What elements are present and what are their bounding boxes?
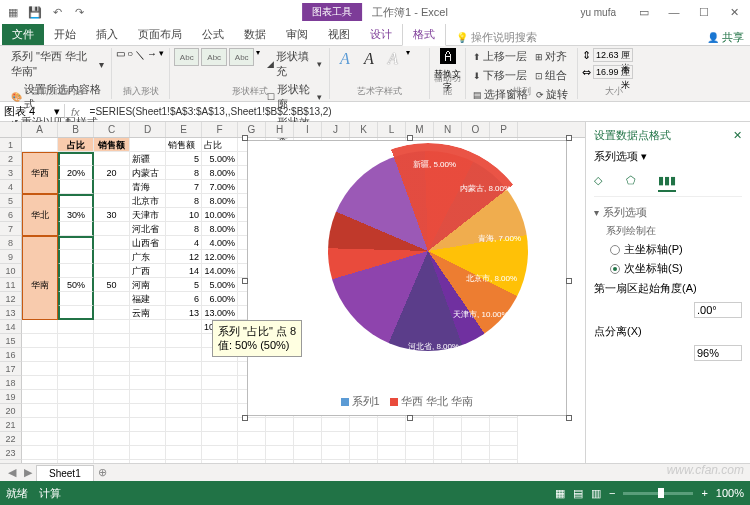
zoom-level[interactable]: 100% bbox=[716, 487, 744, 499]
cell[interactable]: 天津市 bbox=[130, 208, 166, 222]
cell[interactable]: 8 bbox=[166, 166, 202, 180]
cell[interactable] bbox=[294, 432, 322, 446]
tell-me-search[interactable]: 💡 操作说明搜索 bbox=[456, 30, 537, 45]
row-header[interactable]: 4 bbox=[0, 180, 22, 194]
row-header[interactable]: 3 bbox=[0, 166, 22, 180]
ribbon-tab[interactable]: 视图 bbox=[318, 24, 360, 45]
series-options-dropdown[interactable]: 系列选项 ▾ bbox=[594, 149, 647, 164]
minimize-icon[interactable]: — bbox=[662, 3, 686, 21]
cell[interactable] bbox=[130, 320, 166, 334]
cell[interactable] bbox=[434, 418, 462, 432]
cell[interactable] bbox=[202, 418, 238, 432]
cell[interactable]: 山西省 bbox=[130, 236, 166, 250]
cell[interactable] bbox=[378, 418, 406, 432]
ribbon-tab[interactable]: 数据 bbox=[234, 24, 276, 45]
series-options-section[interactable]: ▾ 系列选项 bbox=[594, 205, 742, 220]
cell[interactable] bbox=[266, 418, 294, 432]
spreadsheet-grid[interactable]: ABCDEFGHIJKLMNOP 1占比销售额销售额占比2新疆55.00%3华西… bbox=[0, 122, 585, 481]
pie-chart[interactable]: 新疆, 5.00%内蒙古, 8.00%青海, 7.00%北京市, 8.00%天津… bbox=[247, 140, 567, 416]
cell[interactable] bbox=[22, 320, 58, 334]
ribbon-tab[interactable]: 文件 bbox=[2, 24, 44, 45]
cell[interactable] bbox=[58, 334, 94, 348]
cell[interactable] bbox=[58, 306, 94, 320]
cell[interactable]: 13 bbox=[166, 306, 202, 320]
cell[interactable]: 云南 bbox=[130, 306, 166, 320]
cell[interactable] bbox=[322, 446, 350, 460]
cell[interactable] bbox=[490, 418, 518, 432]
cell[interactable] bbox=[238, 446, 266, 460]
cell[interactable] bbox=[462, 418, 490, 432]
cell[interactable] bbox=[94, 348, 130, 362]
row-header[interactable]: 20 bbox=[0, 404, 22, 418]
cell[interactable] bbox=[130, 446, 166, 460]
shape-style-preset[interactable]: Abc bbox=[174, 48, 199, 66]
cell[interactable]: 5 bbox=[166, 152, 202, 166]
cell[interactable] bbox=[22, 334, 58, 348]
cell[interactable] bbox=[22, 362, 58, 376]
column-header[interactable]: H bbox=[266, 122, 294, 137]
cell[interactable] bbox=[58, 250, 94, 264]
cell[interactable] bbox=[166, 404, 202, 418]
cell[interactable] bbox=[94, 418, 130, 432]
cell[interactable]: 销售额 bbox=[94, 138, 130, 152]
cell[interactable] bbox=[58, 432, 94, 446]
cell[interactable] bbox=[58, 320, 94, 334]
cell[interactable] bbox=[202, 390, 238, 404]
shape-style-preset[interactable]: Abc bbox=[229, 48, 254, 66]
cell[interactable] bbox=[94, 152, 130, 166]
cell[interactable]: 50 bbox=[94, 278, 130, 292]
secondary-axis-radio[interactable]: 次坐标轴(S) bbox=[594, 259, 742, 278]
cell[interactable] bbox=[94, 390, 130, 404]
ribbon-tab[interactable]: 格式 bbox=[402, 23, 446, 46]
cell[interactable] bbox=[166, 432, 202, 446]
cell[interactable] bbox=[130, 404, 166, 418]
cell[interactable] bbox=[22, 292, 58, 306]
cell[interactable] bbox=[238, 432, 266, 446]
cell[interactable]: 13.00% bbox=[202, 306, 238, 320]
group-dropdown[interactable]: ⊡ 组合 bbox=[532, 67, 570, 84]
column-header[interactable]: C bbox=[94, 122, 130, 137]
cell[interactable]: 4 bbox=[166, 236, 202, 250]
tab-nav-prev-icon[interactable]: ◀ bbox=[4, 466, 20, 479]
chart-element-dropdown[interactable]: 系列 "华西 华北 华南" ▾ bbox=[8, 48, 107, 80]
shape-style-preset[interactable]: Abc bbox=[201, 48, 226, 66]
cell[interactable]: 华南 bbox=[22, 278, 58, 292]
cell[interactable] bbox=[490, 446, 518, 460]
cell[interactable] bbox=[58, 376, 94, 390]
row-header[interactable]: 13 bbox=[0, 306, 22, 320]
row-header[interactable]: 18 bbox=[0, 376, 22, 390]
cell[interactable]: 6.00% bbox=[202, 292, 238, 306]
cell[interactable] bbox=[130, 362, 166, 376]
cell[interactable] bbox=[166, 348, 202, 362]
cell[interactable] bbox=[22, 432, 58, 446]
alt-text-icon[interactable]: 🅰 bbox=[440, 48, 456, 66]
new-sheet-icon[interactable]: ⊕ bbox=[94, 466, 111, 479]
wordart-preset[interactable]: A bbox=[358, 48, 380, 70]
column-header[interactable]: G bbox=[238, 122, 266, 137]
row-header[interactable]: 7 bbox=[0, 222, 22, 236]
maximize-icon[interactable]: ☐ bbox=[692, 3, 716, 21]
save-icon[interactable]: 💾 bbox=[26, 3, 44, 21]
cell[interactable]: 5.00% bbox=[202, 152, 238, 166]
cell[interactable] bbox=[94, 376, 130, 390]
cell[interactable] bbox=[94, 432, 130, 446]
cell[interactable] bbox=[462, 446, 490, 460]
cell[interactable]: 新疆 bbox=[130, 152, 166, 166]
cell[interactable] bbox=[406, 418, 434, 432]
column-header[interactable]: I bbox=[294, 122, 322, 137]
height-input[interactable]: 12.63 厘米 bbox=[593, 48, 633, 62]
cell[interactable]: 14 bbox=[166, 264, 202, 278]
cell[interactable]: 10 bbox=[166, 208, 202, 222]
cell[interactable] bbox=[238, 418, 266, 432]
cell[interactable] bbox=[94, 236, 130, 250]
shape-oval-icon[interactable]: ○ bbox=[127, 48, 133, 59]
row-header[interactable]: 15 bbox=[0, 334, 22, 348]
ribbon-tab[interactable]: 开始 bbox=[44, 24, 86, 45]
cell[interactable] bbox=[94, 306, 130, 320]
cell[interactable] bbox=[58, 180, 94, 194]
cell[interactable] bbox=[202, 376, 238, 390]
cell[interactable] bbox=[58, 194, 94, 208]
undo-icon[interactable]: ↶ bbox=[48, 3, 66, 21]
cell[interactable] bbox=[94, 250, 130, 264]
cell[interactable] bbox=[166, 390, 202, 404]
